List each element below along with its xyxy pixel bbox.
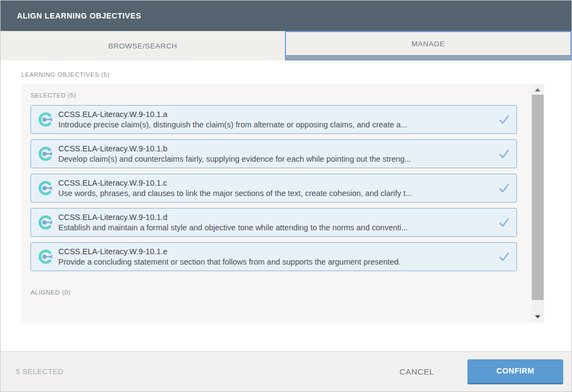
learning-objectives-label: LEARNING OBJECTIVES (5)	[21, 71, 109, 78]
objective-code: CCSS.ELA-Literacy.W.9-10.1.e	[58, 247, 494, 257]
objective-code: CCSS.ELA-Literacy.W.9-10.1.c	[58, 178, 494, 188]
tab-manage-active-indicator	[286, 55, 570, 59]
checkmark-icon	[498, 217, 510, 229]
objectives-panel: SELECTED (5) CCSS.ELA-Literacy.W.9-10.1.…	[21, 83, 544, 323]
target-dart-icon	[36, 214, 53, 231]
dialog-title: ALIGN LEARNING OBJECTIVES	[17, 11, 141, 20]
objective-item[interactable]: CCSS.ELA-Literacy.W.9-10.1.c Use words, …	[31, 174, 517, 203]
align-learning-objectives-dialog: ALIGN LEARNING OBJECTIVES BROWSE/SEARCH …	[0, 0, 572, 392]
confirm-button[interactable]: CONFIRM	[467, 359, 563, 384]
checkmark-icon	[498, 251, 510, 263]
target-dart-icon	[36, 111, 53, 128]
scrollbar[interactable]	[532, 85, 544, 322]
selected-count-label: 5 SELECTED	[16, 367, 396, 376]
cancel-button[interactable]: CANCEL	[396, 366, 437, 377]
tab-manage[interactable]: MANAGE	[285, 31, 571, 60]
objective-text: CCSS.ELA-Literacy.W.9-10.1.e Provide a c…	[58, 247, 494, 267]
objective-description: Introduce precise claim(s), distinguish …	[58, 120, 494, 130]
objective-description: Use words, phrases, and clauses to link …	[58, 188, 494, 199]
objective-text: CCSS.ELA-Literacy.W.9-10.1.b Develop cla…	[58, 144, 494, 164]
tab-browse-search-label: BROWSE/SEARCH	[108, 42, 178, 50]
objectives-panel-inner: SELECTED (5) CCSS.ELA-Literacy.W.9-10.1.…	[21, 83, 517, 323]
scroll-thumb[interactable]	[532, 95, 544, 300]
triangle-up-icon	[535, 88, 540, 91]
selected-group-label: SELECTED (5)	[31, 92, 517, 99]
objective-description: Establish and maintain a formal style an…	[58, 223, 494, 233]
checkmark-icon	[498, 114, 510, 126]
objective-item[interactable]: CCSS.ELA-Literacy.W.9-10.1.d Establish a…	[31, 208, 517, 237]
objective-description: Develop claim(s) and counterclaims fairl…	[58, 154, 494, 164]
target-dart-icon	[36, 180, 53, 197]
objective-code: CCSS.ELA-Literacy.W.9-10.1.a	[58, 109, 494, 120]
target-dart-icon	[36, 248, 53, 265]
scroll-down-button[interactable]	[532, 312, 544, 322]
aligned-group-label: ALIGNED (0)	[31, 289, 517, 296]
scroll-up-button[interactable]	[532, 85, 544, 95]
checkmark-icon	[498, 148, 510, 160]
objective-code: CCSS.ELA-Literacy.W.9-10.1.d	[58, 212, 494, 223]
target-dart-icon	[36, 145, 53, 162]
objective-description: Provide a concluding statement or sectio…	[58, 257, 494, 267]
objective-item[interactable]: CCSS.ELA-Literacy.W.9-10.1.a Introduce p…	[31, 105, 517, 134]
objective-text: CCSS.ELA-Literacy.W.9-10.1.d Establish a…	[58, 212, 494, 233]
tab-manage-label: MANAGE	[411, 40, 445, 48]
objective-text: CCSS.ELA-Literacy.W.9-10.1.a Introduce p…	[58, 109, 494, 130]
objective-list: CCSS.ELA-Literacy.W.9-10.1.a Introduce p…	[31, 105, 517, 271]
objective-code: CCSS.ELA-Literacy.W.9-10.1.b	[58, 144, 494, 154]
tab-browse-search[interactable]: BROWSE/SEARCH	[1, 31, 285, 60]
objective-text: CCSS.ELA-Literacy.W.9-10.1.c Use words, …	[58, 178, 494, 199]
dialog-footer: 5 SELECTED CANCEL CONFIRM	[1, 351, 571, 391]
dialog-header: ALIGN LEARNING OBJECTIVES	[1, 1, 571, 31]
dialog-content: LEARNING OBJECTIVES (5) SELECTED (5) CCS…	[1, 60, 571, 351]
checkmark-icon	[498, 182, 510, 194]
triangle-down-icon	[535, 315, 540, 318]
objective-item[interactable]: CCSS.ELA-Literacy.W.9-10.1.b Develop cla…	[31, 139, 517, 168]
tab-bar: BROWSE/SEARCH MANAGE	[1, 31, 571, 60]
objective-item[interactable]: CCSS.ELA-Literacy.W.9-10.1.e Provide a c…	[31, 242, 517, 271]
